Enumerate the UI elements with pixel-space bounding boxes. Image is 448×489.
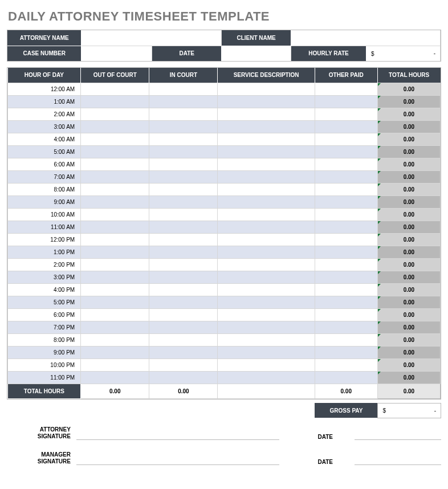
other-paid-cell[interactable] bbox=[315, 308, 377, 321]
out-of-court-cell[interactable] bbox=[81, 83, 149, 95]
out-of-court-cell[interactable] bbox=[81, 271, 149, 283]
service-description-cell[interactable] bbox=[218, 346, 315, 358]
in-court-cell[interactable] bbox=[149, 221, 218, 233]
service-description-cell[interactable] bbox=[218, 358, 315, 371]
other-paid-cell[interactable] bbox=[315, 358, 377, 371]
in-court-cell[interactable] bbox=[149, 83, 218, 95]
service-description-cell[interactable] bbox=[218, 296, 315, 308]
in-court-cell[interactable] bbox=[149, 170, 218, 183]
other-paid-cell[interactable] bbox=[315, 296, 377, 308]
other-paid-cell[interactable] bbox=[315, 158, 377, 170]
attorney-signature-field[interactable] bbox=[76, 426, 279, 440]
service-description-cell[interactable] bbox=[218, 95, 315, 108]
out-of-court-cell[interactable] bbox=[81, 346, 149, 358]
service-description-cell[interactable] bbox=[218, 283, 315, 296]
in-court-cell[interactable] bbox=[149, 195, 218, 208]
out-of-court-cell[interactable] bbox=[81, 358, 149, 371]
out-of-court-cell[interactable] bbox=[81, 183, 149, 195]
case-number-field[interactable] bbox=[82, 46, 152, 61]
service-description-cell[interactable] bbox=[218, 145, 315, 158]
service-description-cell[interactable] bbox=[218, 195, 315, 208]
other-paid-cell[interactable] bbox=[315, 170, 377, 183]
service-description-cell[interactable] bbox=[218, 308, 315, 321]
manager-signature-field[interactable] bbox=[76, 451, 279, 465]
other-paid-cell[interactable] bbox=[315, 371, 377, 384]
other-paid-cell[interactable] bbox=[315, 183, 377, 195]
manager-date-field[interactable] bbox=[355, 451, 441, 465]
other-paid-cell[interactable] bbox=[315, 283, 377, 296]
in-court-cell[interactable] bbox=[149, 133, 218, 145]
out-of-court-cell[interactable] bbox=[81, 133, 149, 145]
hourly-rate-field[interactable]: $ - bbox=[366, 46, 441, 61]
out-of-court-cell[interactable] bbox=[81, 208, 149, 221]
client-name-field[interactable] bbox=[291, 30, 441, 46]
in-court-cell[interactable] bbox=[149, 108, 218, 120]
other-paid-cell[interactable] bbox=[315, 246, 377, 258]
in-court-cell[interactable] bbox=[149, 308, 218, 321]
other-paid-cell[interactable] bbox=[315, 221, 377, 233]
service-description-cell[interactable] bbox=[218, 133, 315, 145]
out-of-court-cell[interactable] bbox=[81, 170, 149, 183]
in-court-cell[interactable] bbox=[149, 158, 218, 170]
service-description-cell[interactable] bbox=[218, 208, 315, 221]
service-description-cell[interactable] bbox=[218, 170, 315, 183]
in-court-cell[interactable] bbox=[149, 346, 218, 358]
date-field[interactable] bbox=[222, 46, 291, 61]
service-description-cell[interactable] bbox=[218, 371, 315, 384]
in-court-cell[interactable] bbox=[149, 296, 218, 308]
other-paid-cell[interactable] bbox=[315, 321, 377, 333]
out-of-court-cell[interactable] bbox=[81, 296, 149, 308]
out-of-court-cell[interactable] bbox=[81, 145, 149, 158]
other-paid-cell[interactable] bbox=[315, 195, 377, 208]
other-paid-cell[interactable] bbox=[315, 333, 377, 346]
out-of-court-cell[interactable] bbox=[81, 371, 149, 384]
in-court-cell[interactable] bbox=[149, 95, 218, 108]
in-court-cell[interactable] bbox=[149, 246, 218, 258]
out-of-court-cell[interactable] bbox=[81, 321, 149, 333]
in-court-cell[interactable] bbox=[149, 371, 218, 384]
in-court-cell[interactable] bbox=[149, 120, 218, 133]
in-court-cell[interactable] bbox=[149, 271, 218, 283]
service-description-cell[interactable] bbox=[218, 221, 315, 233]
service-description-cell[interactable] bbox=[218, 321, 315, 333]
service-description-cell[interactable] bbox=[218, 258, 315, 271]
in-court-cell[interactable] bbox=[149, 321, 218, 333]
out-of-court-cell[interactable] bbox=[81, 258, 149, 271]
out-of-court-cell[interactable] bbox=[81, 308, 149, 321]
service-description-cell[interactable] bbox=[218, 83, 315, 95]
out-of-court-cell[interactable] bbox=[81, 246, 149, 258]
service-description-cell[interactable] bbox=[218, 158, 315, 170]
out-of-court-cell[interactable] bbox=[81, 333, 149, 346]
service-description-cell[interactable] bbox=[218, 246, 315, 258]
attorney-name-field[interactable] bbox=[82, 30, 222, 46]
out-of-court-cell[interactable] bbox=[81, 120, 149, 133]
other-paid-cell[interactable] bbox=[315, 208, 377, 221]
in-court-cell[interactable] bbox=[149, 258, 218, 271]
out-of-court-cell[interactable] bbox=[81, 283, 149, 296]
in-court-cell[interactable] bbox=[149, 333, 218, 346]
out-of-court-cell[interactable] bbox=[81, 158, 149, 170]
in-court-cell[interactable] bbox=[149, 358, 218, 371]
other-paid-cell[interactable] bbox=[315, 271, 377, 283]
other-paid-cell[interactable] bbox=[315, 346, 377, 358]
other-paid-cell[interactable] bbox=[315, 233, 377, 246]
other-paid-cell[interactable] bbox=[315, 83, 377, 95]
other-paid-cell[interactable] bbox=[315, 108, 377, 120]
in-court-cell[interactable] bbox=[149, 145, 218, 158]
service-description-cell[interactable] bbox=[218, 333, 315, 346]
service-description-cell[interactable] bbox=[218, 108, 315, 120]
out-of-court-cell[interactable] bbox=[81, 108, 149, 120]
out-of-court-cell[interactable] bbox=[81, 233, 149, 246]
other-paid-cell[interactable] bbox=[315, 145, 377, 158]
service-description-cell[interactable] bbox=[218, 233, 315, 246]
attorney-date-field[interactable] bbox=[355, 426, 441, 440]
in-court-cell[interactable] bbox=[149, 208, 218, 221]
service-description-cell[interactable] bbox=[218, 271, 315, 283]
other-paid-cell[interactable] bbox=[315, 120, 377, 133]
other-paid-cell[interactable] bbox=[315, 258, 377, 271]
in-court-cell[interactable] bbox=[149, 183, 218, 195]
in-court-cell[interactable] bbox=[149, 233, 218, 246]
other-paid-cell[interactable] bbox=[315, 133, 377, 145]
out-of-court-cell[interactable] bbox=[81, 221, 149, 233]
service-description-cell[interactable] bbox=[218, 183, 315, 195]
